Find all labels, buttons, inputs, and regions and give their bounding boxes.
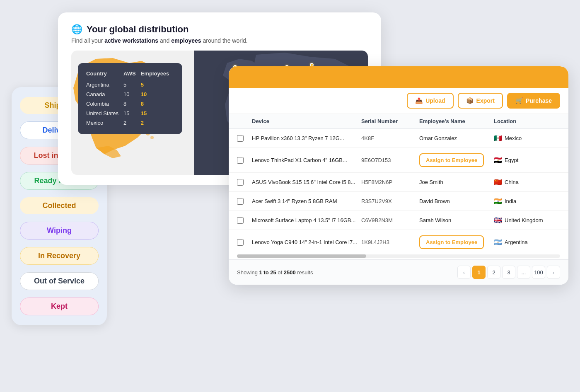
serial-number: 4K8F xyxy=(361,135,419,141)
country-flag: 🇬🇧 xyxy=(494,216,502,224)
country-flag: 🇮🇳 xyxy=(494,197,502,205)
table-header: Device Serial Number Employee's Name Loc… xyxy=(229,114,568,129)
pagination-next[interactable]: › xyxy=(547,266,560,279)
device-name: Lenovo Yoga C940 14" 2-in-1 Intel Core i… xyxy=(252,239,361,245)
col-location: Location xyxy=(494,118,560,124)
horizontal-scrollbar[interactable] xyxy=(237,254,560,258)
country-table-row: Colombia 8 8 xyxy=(86,99,174,109)
svg-point-1 xyxy=(150,136,154,139)
country-cell: Colombia xyxy=(86,99,123,109)
employee-name: Joe Smith xyxy=(419,179,443,185)
employees-cell: 2 xyxy=(141,118,174,128)
pagination: ‹ 1 2 3 ... 100 › xyxy=(457,266,560,279)
country-table-row: Argentina 5 5 xyxy=(86,80,174,90)
status-badge-kept[interactable]: Kept xyxy=(20,298,99,315)
export-icon: 📦 xyxy=(466,97,474,104)
location-name: Egypt xyxy=(505,157,518,163)
country-flag: 🇲🇽 xyxy=(494,134,502,142)
row-checkbox[interactable] xyxy=(237,198,244,205)
col-country: Country xyxy=(86,70,123,80)
pagination-page-3[interactable]: 3 xyxy=(502,266,515,279)
location-cell: 🇲🇽 Mexico xyxy=(494,134,560,142)
col-checkbox xyxy=(237,118,252,124)
export-button[interactable]: 📦 Export xyxy=(458,93,503,109)
serial-number: 9E6O7D153 xyxy=(361,157,419,163)
country-cell: United States xyxy=(86,109,123,118)
table-body: HP Pavilion x360 13.3" Ryzen 7 12G... 4K… xyxy=(229,129,568,254)
status-badge-wiping[interactable]: Wiping xyxy=(20,222,99,240)
globe-icon: 🌐 xyxy=(71,24,82,35)
aws-cell: 8 xyxy=(123,99,141,109)
col-device: Device xyxy=(252,118,361,124)
location-cell: 🇦🇷 Argentina xyxy=(494,238,560,246)
cart-icon: 🛒 xyxy=(515,97,523,104)
location-cell: 🇨🇳 China xyxy=(494,178,560,186)
country-table-row: Mexico 2 2 xyxy=(86,118,174,128)
country-table-row: United States 15 15 xyxy=(86,109,174,118)
table-row: ASUS VivoBook S15 15.6" Intel Core i5 8.… xyxy=(229,173,568,192)
purchase-button[interactable]: 🛒 Purchase xyxy=(507,93,560,109)
aws-cell: 5 xyxy=(123,80,141,90)
device-name: Acer Swift 3 14" Ryzen 5 8GB RAM xyxy=(252,198,361,204)
device-name: Microsoft Surface Laptop 4 13.5" i7 16GB… xyxy=(252,217,361,223)
location-cell: 🇬🇧 United Kingdom xyxy=(494,216,560,224)
pagination-ellipsis: ... xyxy=(517,266,530,279)
table-toolbar: 📤 Upload 📦 Export 🛒 Purchase xyxy=(229,88,568,114)
country-cell: Canada xyxy=(86,90,123,99)
employees-cell: 5 xyxy=(141,80,174,90)
card-title: Your global distribution xyxy=(87,24,188,35)
employee-cell: Joe Smith xyxy=(419,179,494,185)
row-checkbox[interactable] xyxy=(237,217,244,224)
country-flag: 🇨🇳 xyxy=(494,178,502,186)
employees-cell: 8 xyxy=(141,99,174,109)
employee-name: Sarah Wilson xyxy=(419,217,451,223)
pagination-page-1[interactable]: 1 xyxy=(472,266,486,279)
scrollbar-thumb[interactable] xyxy=(237,254,366,258)
row-checkbox[interactable] xyxy=(237,157,244,164)
col-employee: Employee's Name xyxy=(419,118,494,124)
location-name: Mexico xyxy=(505,135,522,141)
employee-cell: Assign to Employee xyxy=(419,235,494,249)
employees-cell: 10 xyxy=(141,90,174,99)
row-checkbox[interactable] xyxy=(237,135,244,142)
employee-cell: Sarah Wilson xyxy=(419,217,494,223)
table-row: Lenovo Yoga C940 14" 2-in-1 Intel Core i… xyxy=(229,230,568,254)
col-aws: AWS xyxy=(123,70,141,80)
device-name: HP Pavilion x360 13.3" Ryzen 7 12G... xyxy=(252,135,361,141)
country-cell: Argentina xyxy=(86,80,123,90)
card-subtitle: Find all your active workstations and em… xyxy=(71,37,368,44)
device-name: ASUS VivoBook S15 15.6" Intel Core i5 8.… xyxy=(252,179,361,185)
showing-text: Showing 1 to 25 of 2500 results xyxy=(237,269,313,276)
main-table-card: 📤 Upload 📦 Export 🛒 Purchase Device Seri… xyxy=(229,66,568,285)
table-row: HP Pavilion x360 13.3" Ryzen 7 12G... 4K… xyxy=(229,129,568,148)
pagination-page-2[interactable]: 2 xyxy=(487,266,500,279)
status-badge-collected[interactable]: Collected xyxy=(20,197,99,214)
table-card-header xyxy=(229,66,568,88)
col-serial: Serial Number xyxy=(361,118,419,124)
table-row: Acer Swift 3 14" Ryzen 5 8GB RAM R3S7U2V… xyxy=(229,192,568,211)
serial-number: 1K9L4J2H3 xyxy=(361,239,419,245)
serial-number: C6V9B2N3M xyxy=(361,217,419,223)
location-cell: 🇪🇬 Egypt xyxy=(494,156,560,164)
aws-cell: 10 xyxy=(123,90,141,99)
status-badge-outofservice[interactable]: Out of Service xyxy=(20,272,99,290)
status-badge-inrecovery[interactable]: In Recovery xyxy=(20,247,99,265)
serial-number: R3S7U2V9X xyxy=(361,198,419,204)
col-employees: Employees xyxy=(141,70,174,80)
country-table-row: Canada 10 10 xyxy=(86,90,174,99)
country-table: Country AWS Employees Argentina 5 5 Cana… xyxy=(78,63,182,134)
assign-to-employee-button[interactable]: Assign to Employee xyxy=(419,235,484,249)
table-row: Lenovo ThinkPad X1 Carbon 4" 16GB... 9E6… xyxy=(229,148,568,173)
table-footer: Showing 1 to 25 of 2500 results ‹ 1 2 3 … xyxy=(229,259,568,285)
row-checkbox[interactable] xyxy=(237,239,244,246)
location-name: Argentina xyxy=(505,239,528,245)
pagination-prev[interactable]: ‹ xyxy=(457,266,471,279)
employee-cell: David Brown xyxy=(419,198,494,204)
row-checkbox[interactable] xyxy=(237,179,244,186)
employee-cell: Assign to Employee xyxy=(419,153,494,167)
assign-to-employee-button[interactable]: Assign to Employee xyxy=(419,153,484,167)
upload-button[interactable]: 📤 Upload xyxy=(407,93,453,109)
location-cell: 🇮🇳 India xyxy=(494,197,560,205)
pagination-page-100[interactable]: 100 xyxy=(532,266,545,279)
employee-name: Omar Gonzalez xyxy=(419,135,457,141)
